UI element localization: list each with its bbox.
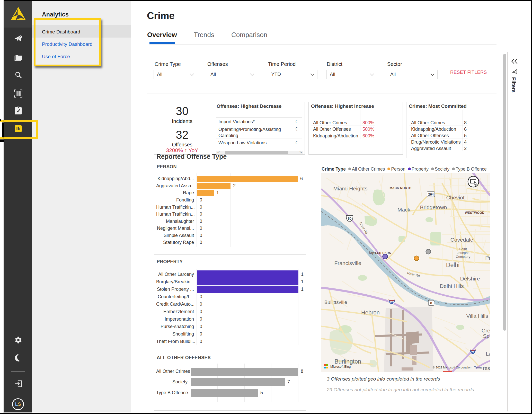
svg-text:rest: rest bbox=[483, 365, 490, 371]
svg-text:© 2022 Microsoft Corporation: © 2022 Microsoft Corporation bbox=[433, 366, 471, 369]
svg-text:Miami Heights: Miami Heights bbox=[333, 186, 367, 191]
svg-text:Microsoft Bing: Microsoft Bing bbox=[330, 365, 351, 368]
svg-text:WESTWOOD: WESTWOOD bbox=[465, 211, 484, 215]
svg-text:8: 8 bbox=[430, 301, 432, 305]
svg-text:Burlington: Burlington bbox=[334, 358, 361, 365]
svg-text:Mack: Mack bbox=[397, 207, 411, 213]
svg-text:Cemetery: Cemetery bbox=[456, 255, 471, 259]
svg-text:71: 71 bbox=[471, 351, 474, 354]
svg-text:Hebron: Hebron bbox=[361, 309, 380, 316]
svg-text:Saint: Saint bbox=[459, 247, 467, 251]
svg-text:MACK NORTH: MACK NORTH bbox=[390, 186, 412, 190]
svg-text:Pri: Pri bbox=[485, 255, 490, 261]
svg-text:Terms: Terms bbox=[474, 366, 482, 369]
svg-text:Delhi: Delhi bbox=[446, 262, 459, 268]
svg-text:Delshire: Delshire bbox=[460, 276, 480, 281]
svg-text:Bridgetown: Bridgetown bbox=[420, 204, 447, 210]
svg-text:Cheviot: Cheviot bbox=[446, 195, 464, 200]
svg-text:Villa Hills: Villa Hills bbox=[466, 313, 488, 319]
svg-text:Francisville: Francisville bbox=[334, 260, 361, 266]
svg-text:50: 50 bbox=[348, 217, 351, 221]
svg-text:La: La bbox=[486, 351, 490, 357]
svg-text:Delhi Hills: Delhi Hills bbox=[440, 283, 464, 289]
svg-text:275: 275 bbox=[389, 301, 394, 304]
svg-text:Spri: Spri bbox=[483, 333, 490, 339]
svg-text:Covedale: Covedale bbox=[450, 237, 473, 243]
svg-text:Cres: Cres bbox=[482, 328, 490, 333]
svg-text:264: 264 bbox=[428, 192, 434, 196]
svg-text:SAYLER PARK: SAYLER PARK bbox=[369, 251, 391, 255]
svg-text:Bullittsville: Bullittsville bbox=[324, 300, 347, 305]
svg-text:Josephs: Josephs bbox=[457, 251, 469, 255]
